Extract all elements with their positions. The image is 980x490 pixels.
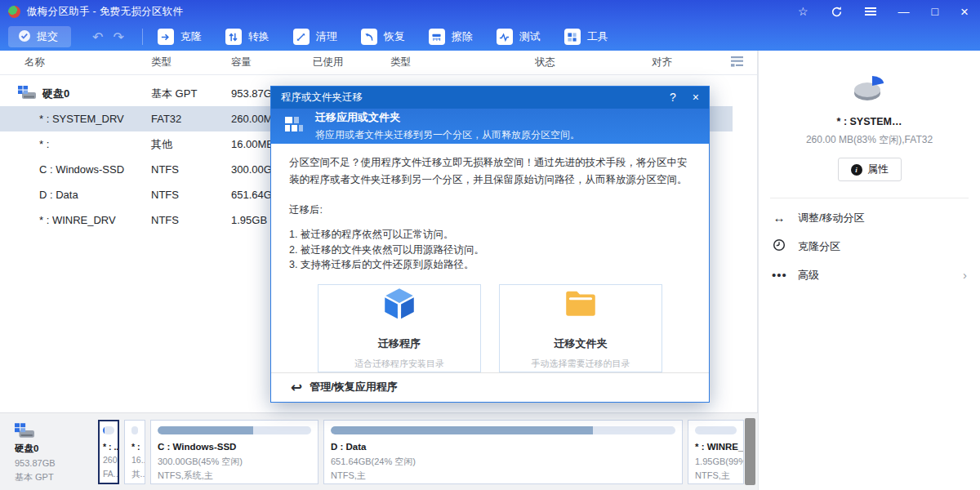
app-window: 傲梅分区助手 - 免费无损分区软件 ☆ — □ × 提交 ↶ ↷ xyxy=(0,0,980,490)
dialog-point-1: 1. 被迁移的程序依然可以正常访问。 xyxy=(289,227,691,242)
check-circle-icon xyxy=(18,29,31,45)
dialog-point-2: 2. 被迁移的文件夹依然可以用源路径访问。 xyxy=(289,243,691,257)
cube-icon xyxy=(381,285,418,328)
header-status[interactable]: 状态 xyxy=(535,56,652,69)
toolbar: 提交 ↶ ↷ 克隆 转换 清理 xyxy=(0,23,980,51)
refresh-icon[interactable] xyxy=(831,6,843,18)
sidebar-divider xyxy=(770,198,969,198)
dialog-header-title: 迁移应用或文件夹 xyxy=(315,110,580,125)
dialog-titlebar: 程序或文件夹迁移 ? × xyxy=(271,87,709,109)
toolbar-item-test[interactable]: 测试 xyxy=(497,29,541,45)
wipe-icon xyxy=(429,29,445,45)
toolbar-item-wipe[interactable]: 擦除 xyxy=(429,29,473,45)
pie-chart-icon xyxy=(849,95,891,109)
app-title: 傲梅分区助手 - 免费无损分区软件 xyxy=(27,5,183,19)
header-name[interactable]: 名称 xyxy=(0,56,151,69)
dialog-footer: ↩ 管理/恢复应用程序 xyxy=(271,372,709,402)
disk-icon xyxy=(15,427,34,441)
test-icon xyxy=(497,29,513,45)
clone-partition-icon xyxy=(772,238,786,254)
undo-icon[interactable]: ↶ xyxy=(92,29,103,45)
toolbar-separator xyxy=(142,29,143,45)
sidebar-item-clone-partition[interactable]: 克隆分区 xyxy=(759,232,980,261)
dialog-point-3: 3. 支持将迁移后的文件还原到原始路径。 xyxy=(289,257,691,272)
folder-icon xyxy=(562,285,599,328)
dialog-after-label: 迁移后: xyxy=(289,202,691,219)
disk-map-partition-system[interactable]: * : ... 260... FA... xyxy=(98,420,119,484)
recover-icon xyxy=(361,29,377,45)
properties-button[interactable]: i 属性 xyxy=(838,158,902,181)
tools-icon xyxy=(564,29,581,45)
dialog-close-button[interactable]: × xyxy=(693,91,699,104)
header-type[interactable]: 类型 xyxy=(151,56,231,69)
migrate-folder-card[interactable]: 迁移文件夹 手动选择需要迁移的目录 xyxy=(499,284,662,372)
header-align[interactable]: 对齐 xyxy=(652,56,719,69)
menu-icon[interactable] xyxy=(865,7,876,16)
back-arrow-icon: ↩ xyxy=(291,381,302,394)
ellipsis-icon: ••• xyxy=(772,268,786,282)
disk-map-partition-reserved[interactable]: * : 16... 其... xyxy=(124,420,145,484)
minimize-button[interactable]: — xyxy=(898,6,910,17)
close-button[interactable]: × xyxy=(960,5,969,19)
app-header: 傲梅分区助手 - 免费无损分区软件 ☆ — □ × 提交 ↶ ↷ xyxy=(0,0,980,51)
disk-map-partition-d[interactable]: D : Data 651.64GB(24% 空闲) NTFS,主 xyxy=(323,420,683,484)
dialog-intro-text: 分区空间不足？使用程序文件迁移立即无损释放空间！通过先进的技术手段，将分区中安装… xyxy=(289,154,691,189)
convert-icon xyxy=(225,29,242,45)
sidebar-item-advanced[interactable]: ••• 高级 › xyxy=(759,261,980,289)
migration-icon xyxy=(284,114,305,139)
toolbar-item-convert[interactable]: 转换 xyxy=(225,29,270,45)
sidebar-item-resize-move[interactable]: ↔ 调整/移动分区 xyxy=(759,203,980,232)
header-used[interactable]: 已使用 xyxy=(313,56,390,69)
clone-icon xyxy=(158,29,174,45)
resize-move-icon: ↔ xyxy=(772,211,786,225)
maximize-button[interactable]: □ xyxy=(932,6,938,17)
dialog-title: 程序或文件夹迁移 xyxy=(281,91,363,105)
manage-restore-apps-link[interactable]: 管理/恢复应用程序 xyxy=(310,380,398,394)
favorite-star-icon[interactable]: ☆ xyxy=(798,6,808,17)
redo-icon[interactable]: ↷ xyxy=(113,29,123,45)
action-sidebar: * : SYSTEM… 260.00 MB(83% 空闲),FAT32 i 属性… xyxy=(758,51,980,490)
titlebar: 傲梅分区助手 - 免费无损分区软件 ☆ — □ × xyxy=(0,0,980,23)
submit-button[interactable]: 提交 xyxy=(8,26,71,47)
toolbar-item-recover[interactable]: 恢复 xyxy=(361,29,405,45)
dialog-header-subtitle: 将应用或者文件夹迁移到另一个分区，从而释放原分区空间。 xyxy=(315,128,580,142)
app-logo-icon xyxy=(8,6,20,18)
header-type2[interactable]: 类型 xyxy=(390,56,535,69)
toolbar-item-tools[interactable]: 工具 xyxy=(564,29,608,45)
disk-map-partition-winre[interactable]: * : WINRE_... 1.95GB(99%... NTFS,主 xyxy=(688,420,744,484)
selected-partition-name: * : SYSTEM… xyxy=(759,116,980,127)
list-view-icon[interactable] xyxy=(731,56,743,69)
chevron-right-icon: › xyxy=(963,268,967,282)
disk-icon xyxy=(18,86,36,102)
table-header: 名称 类型 容量 已使用 类型 状态 对齐 xyxy=(0,51,758,75)
clean-icon xyxy=(293,29,310,45)
migrate-app-card[interactable]: 迁移程序 适合迁移程序安装目录 xyxy=(318,284,481,372)
dialog-help-button[interactable]: ? xyxy=(670,91,676,104)
disk-map-scrollbar[interactable] xyxy=(745,418,755,485)
toolbar-item-clone[interactable]: 克隆 xyxy=(158,29,202,45)
app-migration-dialog: 程序或文件夹迁移 ? × 迁移应用或文件夹 将应用或者文件夹迁移到另一个分区，从… xyxy=(270,86,710,403)
disk-map-panel: 硬盘0 953.87GB 基本 GPT * : ... 260... FA...… xyxy=(0,412,758,490)
dialog-header: 迁移应用或文件夹 将应用或者文件夹迁移到另一个分区，从而释放原分区空间。 xyxy=(271,109,709,145)
dialog-body: 分区空间不足？使用程序文件迁移立即无损释放空间！通过先进的技术手段，将分区中安装… xyxy=(271,144,709,372)
disk-map-partition-c[interactable]: C : Windows-SSD 300.00GB(45% 空闲) NTFS,系统… xyxy=(150,420,318,484)
header-capacity[interactable]: 容量 xyxy=(231,56,313,69)
info-icon: i xyxy=(851,164,862,176)
disk-map-disk0[interactable]: 硬盘0 953.87GB 基本 GPT xyxy=(8,420,93,484)
selected-partition-info: 260.00 MB(83% 空闲),FAT32 xyxy=(759,133,980,147)
toolbar-item-clean[interactable]: 清理 xyxy=(293,29,337,45)
